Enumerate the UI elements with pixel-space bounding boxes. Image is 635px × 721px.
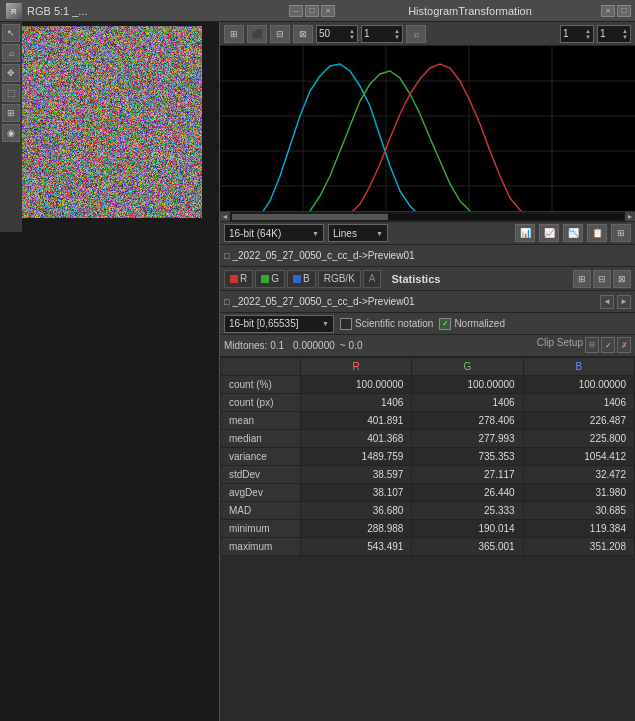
g-dot xyxy=(261,275,269,283)
row-label: mean xyxy=(221,412,301,430)
scroll-right-btn[interactable]: ► xyxy=(625,212,635,222)
histogram-bottom-scrollbar: ◄ ► xyxy=(220,211,635,221)
chart-icon-4[interactable]: 📋 xyxy=(587,224,607,242)
spin-down-2[interactable]: ▼ xyxy=(394,34,400,40)
chart-icon-2[interactable]: 📈 xyxy=(539,224,559,242)
channel-tab-b[interactable]: B xyxy=(287,270,316,288)
histogram-display: ◄ ► xyxy=(220,46,635,221)
right-win-minimize[interactable]: × xyxy=(601,5,615,17)
row-label: maximum xyxy=(221,538,301,556)
row-r-value: 543.491 xyxy=(301,538,412,556)
row-r-value: 36.680 xyxy=(301,502,412,520)
render-type-dropdown[interactable]: Lines ▼ xyxy=(328,224,388,242)
stats-file-icon: □ xyxy=(224,297,229,307)
stats-table-container: R G B count (%) 100.00000 100.00000 100.… xyxy=(220,357,635,721)
clip-setup-btn2[interactable]: ✓ xyxy=(601,337,615,353)
stats-nav-left[interactable]: ◄ xyxy=(600,295,614,309)
side-toolbar: ↖ ⌕ ✥ ⬚ ⊞ ◉ xyxy=(0,22,22,232)
table-row: count (%) 100.00000 100.00000 100.00000 xyxy=(221,376,635,394)
table-row: variance 1489.759 735.353 1054.412 xyxy=(221,448,635,466)
row-g-value: 25.333 xyxy=(412,502,523,520)
scientific-notation-group: Scientific notation xyxy=(340,318,433,330)
tool-extra[interactable]: ⊞ xyxy=(2,104,20,122)
channel-selector-row: R G B RGB/K A Statistics ⊞ ⊟ ⊠ xyxy=(220,267,635,291)
col-header-g: G xyxy=(412,358,523,376)
channel-tab-a[interactable]: A xyxy=(363,270,382,288)
source-file-name: _2022_05_27_0050_c_cc_d->Preview01 xyxy=(232,250,631,261)
left-win-close[interactable]: × xyxy=(321,5,335,17)
clip-setup-btn1[interactable]: ⊟ xyxy=(585,337,599,353)
spinbox-value1[interactable]: 50 ▲ ▼ xyxy=(316,25,358,43)
table-row: MAD 36.680 25.333 30.685 xyxy=(221,502,635,520)
row-label: stdDev xyxy=(221,466,301,484)
scroll-track xyxy=(232,214,623,220)
row-g-value: 277.993 xyxy=(412,430,523,448)
tool-extra2[interactable]: ◉ xyxy=(2,124,20,142)
chart-icon-1[interactable]: 📊 xyxy=(515,224,535,242)
tool-reset-icon[interactable]: ⊠ xyxy=(293,25,313,43)
row-b-value: 226.487 xyxy=(523,412,634,430)
stats-file-name: _2022_05_27_0050_c_cc_d->Preview01 xyxy=(232,296,597,307)
stats-tool-2[interactable]: ⊟ xyxy=(593,270,611,288)
row-label: median xyxy=(221,430,301,448)
row-r-value: 401.891 xyxy=(301,412,412,430)
scroll-thumb[interactable] xyxy=(232,214,388,220)
table-row: avgDev 38.107 26.440 31.980 xyxy=(221,484,635,502)
row-g-value: 735.353 xyxy=(412,448,523,466)
image-preview-area xyxy=(0,22,219,721)
spin-down-1[interactable]: ▼ xyxy=(349,34,355,40)
row-b-value: 351.208 xyxy=(523,538,634,556)
chart-icon-3[interactable]: 📉 xyxy=(563,224,583,242)
table-row: maximum 543.491 365.001 351.208 xyxy=(221,538,635,556)
row-r-value: 100.00000 xyxy=(301,376,412,394)
table-row: median 401.368 277.993 225.800 xyxy=(221,430,635,448)
row-label: avgDev xyxy=(221,484,301,502)
right-win-maximize[interactable]: □ xyxy=(617,5,631,17)
clip-setup-row: Midtones: 0.1 0.000000 ~ 0.0 Clip Setup … xyxy=(220,335,635,357)
spinbox-right2[interactable]: 1 ▲ ▼ xyxy=(597,25,631,43)
table-row: stdDev 38.597 27.117 32.472 xyxy=(221,466,635,484)
tool-grid-icon[interactable]: ⊞ xyxy=(224,25,244,43)
channel-tab-rgbk[interactable]: RGB/K xyxy=(318,270,361,288)
normalized-group: ✓ Normalized xyxy=(439,318,505,330)
tool-move[interactable]: ✥ xyxy=(2,64,20,82)
tool-zoom[interactable]: ⌕ xyxy=(2,44,20,62)
scroll-left-btn[interactable]: ◄ xyxy=(220,212,230,222)
tool-arrow[interactable]: ↖ xyxy=(2,24,20,42)
channel-tab-g[interactable]: G xyxy=(255,270,285,288)
row-r-value: 38.107 xyxy=(301,484,412,502)
normalized-checkbox[interactable]: ✓ xyxy=(439,318,451,330)
row-b-value: 30.685 xyxy=(523,502,634,520)
left-win-minimize[interactable]: – xyxy=(289,5,303,17)
bit-depth-stats-dropdown[interactable]: 16-bit [0,65535] ▼ xyxy=(224,315,334,333)
col-header-empty xyxy=(221,358,301,376)
tool-select[interactable]: ⬚ xyxy=(2,84,20,102)
left-win-maximize[interactable]: □ xyxy=(305,5,319,17)
magnify-icon[interactable]: ⌕ xyxy=(406,25,426,43)
row-g-value: 190.014 xyxy=(412,520,523,538)
clip-setup-btn3[interactable]: ✗ xyxy=(617,337,631,353)
stats-tool-1[interactable]: ⊞ xyxy=(573,270,591,288)
scientific-notation-checkbox[interactable] xyxy=(340,318,352,330)
tool-fit-icon[interactable]: ⊟ xyxy=(270,25,290,43)
row-g-value: 278.406 xyxy=(412,412,523,430)
row-label: MAD xyxy=(221,502,301,520)
stats-nav-right[interactable]: ► xyxy=(617,295,631,309)
col-header-b: B xyxy=(523,358,634,376)
channel-tab-r[interactable]: R xyxy=(224,270,253,288)
spinbox-right1[interactable]: 1 ▲ ▼ xyxy=(560,25,594,43)
histogram-svg xyxy=(220,46,635,221)
chart-icon-5[interactable]: ⊞ xyxy=(611,224,631,242)
r-dot xyxy=(230,275,238,283)
histogram-toolbar-row2: 16-bit (64K) ▼ Lines ▼ 📊 📈 📉 📋 ⊞ xyxy=(220,221,635,245)
stats-file-row: □ _2022_05_27_0050_c_cc_d->Preview01 ◄ ► xyxy=(220,291,635,313)
stats-tool-3[interactable]: ⊠ xyxy=(613,270,631,288)
stats-options-row: 16-bit [0,65535] ▼ Scientific notation ✓… xyxy=(220,313,635,335)
tool-expand-icon[interactable]: ⬛ xyxy=(247,25,267,43)
spinbox-value2[interactable]: 1 ▲ ▼ xyxy=(361,25,403,43)
bit-depth-dropdown[interactable]: 16-bit (64K) ▼ xyxy=(224,224,324,242)
row-r-value: 38.597 xyxy=(301,466,412,484)
row-b-value: 32.472 xyxy=(523,466,634,484)
scientific-notation-label: Scientific notation xyxy=(355,318,433,329)
row-g-value: 26.440 xyxy=(412,484,523,502)
